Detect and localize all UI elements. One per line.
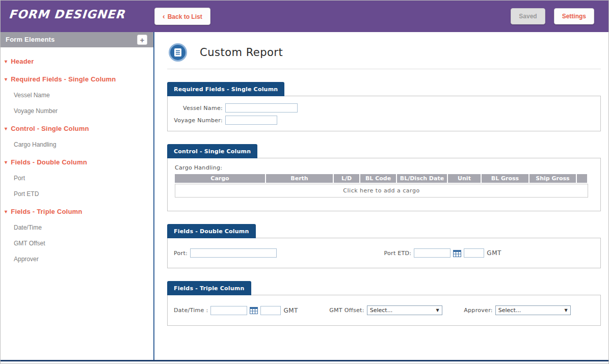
chevron-down-icon: ▾ xyxy=(5,59,7,64)
vessel-name-input[interactable] xyxy=(225,103,298,113)
tab-fields-triple-column: Fields - Triple Column xyxy=(167,281,251,295)
chevron-down-icon: ▾ xyxy=(5,159,7,165)
form-elements-sidebar: Form Elements + ▾Header ▾Required Fields… xyxy=(1,32,154,360)
gmt-offset-select-value: Select... xyxy=(370,307,392,314)
port-etd-gmt-label: GMT xyxy=(487,249,501,257)
port-etd-date-input[interactable] xyxy=(414,248,451,258)
section-fields-double: Fields - Double Column Port: Port ETD: xyxy=(167,223,601,268)
voyage-number-input[interactable] xyxy=(225,116,277,125)
vessel-name-label: Vessel Name: xyxy=(174,105,223,111)
cargo-handling-label: Cargo Handling: xyxy=(175,164,593,171)
column-header-ld: L/D xyxy=(334,174,359,183)
back-chevron-icon: ‹ xyxy=(163,12,165,20)
port-etd-field-group: Port ETD: GMT xyxy=(384,248,595,258)
port-input[interactable] xyxy=(190,248,277,258)
sidebar-item-port[interactable]: Port xyxy=(14,175,153,182)
dropdown-arrow-icon: ▼ xyxy=(436,308,439,313)
back-to-list-button[interactable]: ‹Back to List xyxy=(154,8,210,25)
approver-label: Approver: xyxy=(464,307,493,314)
sidebar-group-header-required-fields[interactable]: ▾Required Fields - Single Column xyxy=(5,75,153,83)
gmt-offset-field-group: GMT Offset: Select... ▼ xyxy=(329,305,464,315)
chevron-down-icon: ▾ xyxy=(5,126,7,131)
chevron-down-icon: ▾ xyxy=(5,76,7,82)
control-box: Cargo Handling: Cargo Berth L/D BL Code … xyxy=(167,158,601,211)
tab-required-fields-single-column: Required Fields - Single Column xyxy=(167,82,284,96)
sidebar-group-control: ▾Control - Single Column Cargo Handling xyxy=(1,125,153,148)
sidebar-title: Form Elements xyxy=(6,36,55,43)
sidebar-item-vessel-name[interactable]: Vessel Name xyxy=(14,92,153,99)
back-to-list-label: Back to List xyxy=(168,13,202,20)
form-canvas: Custom Report Required Fields - Single C… xyxy=(154,32,608,360)
sidebar-group-fields-triple: ▾Fields - Triple Column Date/Time GMT Of… xyxy=(1,208,153,263)
sidebar-group-header[interactable]: ▾Header xyxy=(5,58,153,65)
saved-button[interactable]: Saved xyxy=(511,8,545,24)
sidebar-item-port-etd[interactable]: Port ETD xyxy=(14,190,153,198)
calendar-icon[interactable] xyxy=(453,249,461,257)
port-etd-time-input[interactable] xyxy=(464,248,484,258)
topbar-actions: Saved Settings xyxy=(511,8,594,24)
sidebar-group-header-section: ▾Header xyxy=(1,58,153,65)
column-header-bl-disch-date: BL/Disch Date xyxy=(397,174,447,183)
voyage-number-label: Voyage Number: xyxy=(174,117,223,124)
port-etd-label: Port ETD: xyxy=(384,250,412,257)
report-header: Custom Report xyxy=(167,32,601,69)
gmt-offset-label: GMT Offset: xyxy=(329,307,364,314)
settings-button[interactable]: Settings xyxy=(554,8,594,24)
group-label: Fields - Triple Column xyxy=(11,208,82,215)
column-header-bl-code: BL Code xyxy=(360,174,396,183)
column-header-berth: Berth xyxy=(266,174,333,183)
fields-triple-box: Date/Time : GMT G xyxy=(167,295,601,326)
sidebar-group-required-fields: ▾Required Fields - Single Column Vessel … xyxy=(1,75,153,115)
sidebar-group-header-control[interactable]: ▾Control - Single Column xyxy=(5,125,153,132)
group-label: Header xyxy=(11,58,34,65)
voyage-number-row: Voyage Number: xyxy=(174,116,594,125)
top-bar: FORM DESIGNER ‹Back to List Saved Settin… xyxy=(1,1,608,32)
approver-select[interactable]: Select... ▼ xyxy=(495,305,571,315)
approver-select-value: Select... xyxy=(498,307,521,314)
port-label: Port: xyxy=(174,250,188,257)
sidebar-group-fields-double: ▾Fields - Double Column Port Port ETD xyxy=(1,158,153,198)
column-header-bl-gross: BL Gross xyxy=(482,174,528,183)
vessel-name-row: Vessel Name: xyxy=(174,103,594,113)
date-time-field-group: Date/Time : GMT xyxy=(174,306,329,315)
sidebar-group-header-fields-triple[interactable]: ▾Fields - Triple Column xyxy=(5,208,153,215)
group-label: Control - Single Column xyxy=(11,125,89,132)
sidebar-group-header-fields-double[interactable]: ▾Fields - Double Column xyxy=(5,158,153,166)
sidebar-item-gmt-offset[interactable]: GMT Offset xyxy=(14,240,153,247)
add-cargo-row[interactable]: Click here to add a cargo xyxy=(175,184,588,198)
document-icon xyxy=(169,43,187,62)
tab-fields-double-column: Fields - Double Column xyxy=(167,224,256,238)
group-label: Required Fields - Single Column xyxy=(11,75,116,83)
sidebar-item-cargo-handling[interactable]: Cargo Handling xyxy=(14,141,153,148)
sidebar-item-date-time[interactable]: Date/Time xyxy=(14,224,153,231)
title-divider xyxy=(167,69,601,69)
date-time-label: Date/Time : xyxy=(174,307,208,314)
sidebar-item-approver[interactable]: Approver xyxy=(14,256,153,263)
column-header-empty xyxy=(577,174,587,183)
date-time-date-input[interactable] xyxy=(210,306,247,315)
required-fields-box: Vessel Name: Voyage Number: xyxy=(167,96,601,131)
add-element-button[interactable]: + xyxy=(137,35,147,45)
app-logo: FORM DESIGNER xyxy=(8,8,125,21)
section-control: Control - Single Column Cargo Handling: … xyxy=(167,144,601,211)
section-required-fields: Required Fields - Single Column Vessel N… xyxy=(167,81,601,131)
calendar-icon[interactable] xyxy=(250,306,258,314)
plus-icon: + xyxy=(140,36,145,44)
approver-field-group: Approver: Select... ▼ xyxy=(464,305,594,315)
tab-control-single-column: Control - Single Column xyxy=(167,144,257,158)
date-time-time-input[interactable] xyxy=(260,306,281,315)
group-label: Fields - Double Column xyxy=(11,158,87,166)
date-time-gmt-label: GMT xyxy=(283,307,298,314)
cargo-table: Cargo Berth L/D BL Code BL/Disch Date Un… xyxy=(175,174,588,198)
gmt-offset-select[interactable]: Select... ▼ xyxy=(367,305,442,315)
fields-double-box: Port: Port ETD: xyxy=(167,238,601,268)
port-field-group: Port: xyxy=(174,248,384,258)
column-header-ship-gross: Ship Gross xyxy=(529,174,576,183)
chevron-down-icon: ▾ xyxy=(5,209,7,214)
sidebar-item-voyage-number[interactable]: Voyage Number xyxy=(14,107,153,115)
form-designer-app: FORM DESIGNER ‹Back to List Saved Settin… xyxy=(0,0,609,364)
column-header-cargo: Cargo xyxy=(175,174,265,183)
report-title: Custom Report xyxy=(200,46,283,59)
cargo-table-header-row: Cargo Berth L/D BL Code BL/Disch Date Un… xyxy=(175,174,588,183)
sidebar-header: Form Elements + xyxy=(1,32,153,47)
